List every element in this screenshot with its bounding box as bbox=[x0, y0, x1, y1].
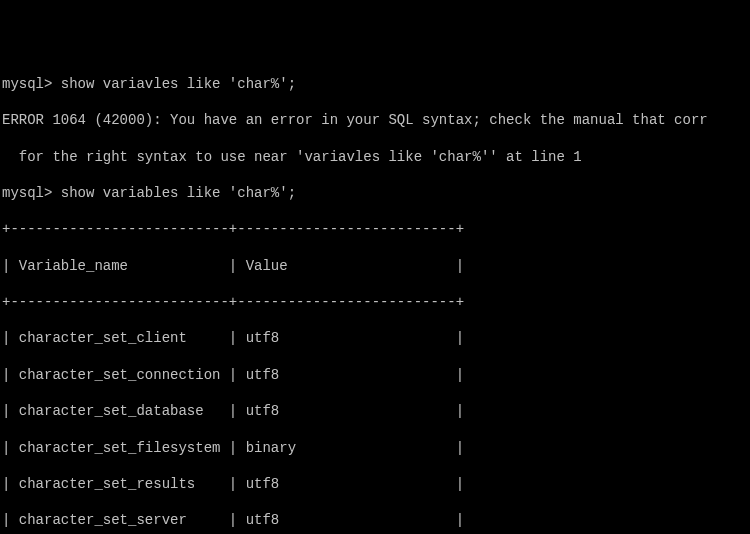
error-message-line2: for the right syntax to use near 'variav… bbox=[2, 148, 748, 166]
table-row: | character_set_connection | utf8 | bbox=[2, 366, 748, 384]
table-row: | character_set_server | utf8 | bbox=[2, 511, 748, 529]
error-message-line1: ERROR 1064 (42000): You have an error in… bbox=[2, 111, 748, 129]
table-border-top: +--------------------------+------------… bbox=[2, 220, 748, 238]
table-header-row: | Variable_name | Value | bbox=[2, 257, 748, 275]
table-row: | character_set_results | utf8 | bbox=[2, 475, 748, 493]
table-row: | character_set_database | utf8 | bbox=[2, 402, 748, 420]
table-row: | character_set_client | utf8 | bbox=[2, 329, 748, 347]
table-border-mid: +--------------------------+------------… bbox=[2, 293, 748, 311]
mysql-command-correct: mysql> show variables like 'char%'; bbox=[2, 184, 748, 202]
mysql-command-typo: mysql> show variavles like 'char%'; bbox=[2, 75, 748, 93]
table-row: | character_set_filesystem | binary | bbox=[2, 439, 748, 457]
